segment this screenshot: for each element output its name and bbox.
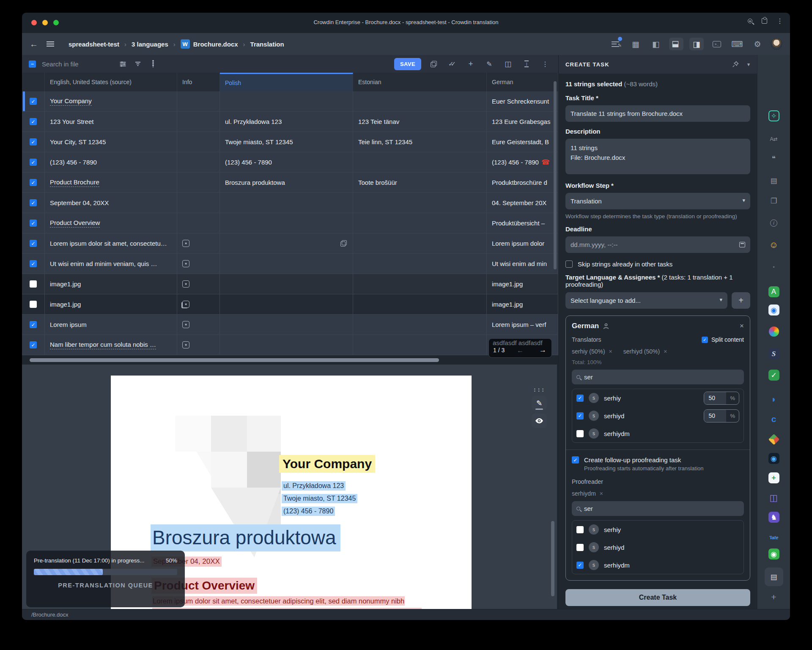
assignee-checkbox[interactable] <box>576 526 584 533</box>
breadcrumb-languages[interactable]: 3 languages <box>132 41 168 48</box>
add-string-icon[interactable]: + <box>464 58 477 70</box>
row-checkbox[interactable]: ✓ <box>30 341 37 348</box>
panel-collapse-icon[interactable]: ▾ <box>747 62 750 67</box>
pretranslation-queue-button[interactable]: PRE-TRANSLATION QUEUE <box>26 582 185 589</box>
column-header-polish[interactable]: Polish <box>220 73 353 91</box>
table-row[interactable]: ✓(123) 456 - 7890(123) 456 - 7890(123) 4… <box>22 152 558 173</box>
column-header-source[interactable]: English, United States (source) <box>45 73 177 91</box>
table-row[interactable]: image1.jpg★image1.jpg <box>22 274 558 294</box>
late-text-icon[interactable]: 'late <box>768 532 780 543</box>
pin-icon[interactable] <box>732 61 739 68</box>
column-header-info[interactable]: Info <box>177 73 220 91</box>
row-checkbox[interactable]: ✓ <box>30 240 37 247</box>
assignee-option[interactable]: sserhiydm <box>572 425 743 442</box>
table-row[interactable]: ✓Product BrochureBroszura produktowaToot… <box>22 173 558 193</box>
calendar-icon[interactable] <box>739 242 745 247</box>
percent-input[interactable]: % <box>704 392 739 405</box>
popup-next-icon[interactable]: → <box>539 346 546 354</box>
assignee-checkbox[interactable]: ✓ <box>576 562 584 569</box>
browser-menu-icon[interactable]: ⋮ <box>776 18 783 24</box>
color-wheel-icon[interactable] <box>768 326 780 337</box>
description-textarea[interactable]: 11 strings File: Brochure.docx <box>565 139 750 174</box>
row-height-icon[interactable]: ↕ <box>520 58 533 70</box>
table-row[interactable]: ✓Lorem ipsum dolor sit amet, consectetu…… <box>22 233 558 254</box>
pages-icon[interactable]: ❐ <box>768 195 780 207</box>
card-view-icon[interactable]: ▤ <box>768 175 780 186</box>
zoom-icon[interactable] <box>748 19 752 23</box>
row-checkbox[interactable]: ✓ <box>30 321 37 328</box>
assignee-checkbox[interactable]: ✓ <box>576 412 584 420</box>
row-checkbox[interactable]: ✓ <box>30 179 37 186</box>
back-button[interactable]: ← <box>30 39 38 49</box>
menu-icon[interactable] <box>47 41 54 47</box>
toolbar-menu-icon[interactable]: ⋮ <box>539 58 551 70</box>
preview-scrollbar[interactable] <box>551 521 554 596</box>
table-row[interactable]: ✓Product OverviewProduktübersicht – <box>22 213 558 233</box>
ai-assistant-icon[interactable]: ✧ <box>768 110 779 121</box>
bird-app-icon[interactable]: ◗ <box>768 393 780 405</box>
percent-input[interactable]: % <box>704 409 739 422</box>
green-check-icon[interactable]: ✓ <box>768 370 779 381</box>
edit-pencil-icon[interactable]: ✎ <box>483 58 496 70</box>
assignee-option[interactable]: sserhiy <box>572 521 743 538</box>
table-row[interactable]: image1.jpg★image1.jpg <box>22 294 558 315</box>
notes-edit-icon[interactable] <box>608 38 623 50</box>
skip-strings-checkbox[interactable] <box>565 261 573 268</box>
row-checkbox[interactable] <box>30 280 37 288</box>
table-vertical-scrollbar[interactable] <box>554 81 557 269</box>
c-spark-icon[interactable]: c <box>768 413 780 425</box>
table-row[interactable]: ✓Lorem ipsum★Lorem ipsum – verf <box>22 315 558 335</box>
save-button[interactable]: SAVE <box>394 58 421 70</box>
breadcrumb-project[interactable]: spreadsheet-test <box>69 41 119 48</box>
comment-icon[interactable]: ❝ <box>768 153 780 165</box>
row-checkbox[interactable]: ✓ <box>30 219 37 227</box>
s-logo-icon[interactable]: S <box>768 348 779 359</box>
row-checkbox[interactable]: ✓ <box>30 260 37 267</box>
assignee-option[interactable]: sserhiyd <box>572 538 743 556</box>
deadline-input[interactable]: dd.mm.yyyy, --:-- <box>565 236 750 253</box>
row-checkbox[interactable] <box>30 301 37 308</box>
copy-source-icon[interactable] <box>427 58 440 70</box>
translate-icon[interactable]: A⇄ <box>768 133 780 145</box>
assignee-option[interactable]: ✓sserhiy% <box>572 389 743 407</box>
table-row[interactable]: ✓Your CompanyEuer Schreckensunt <box>22 91 558 112</box>
right-panel-icon[interactable]: ◨ <box>689 38 704 50</box>
assignee-checkbox[interactable]: ✓ <box>576 395 584 402</box>
duplicate-icon[interactable] <box>340 240 347 247</box>
smiley-icon[interactable]: ☺ <box>768 239 780 251</box>
split-content-checkbox[interactable]: ✓ <box>702 337 708 343</box>
create-task-button[interactable]: Create Task <box>565 589 750 606</box>
task-title-input[interactable] <box>565 105 750 122</box>
translator-app-icon[interactable]: A <box>768 286 779 297</box>
settings-gear-icon[interactable]: ⚙ <box>750 38 765 50</box>
filter-settings-icon[interactable] <box>116 58 129 70</box>
remove-chip-icon[interactable]: × <box>600 490 603 497</box>
proofreader-search[interactable] <box>572 501 744 516</box>
table-row[interactable]: ✓Nam liber tempor cum soluta nobis …★ <box>22 335 558 355</box>
workflow-step-select[interactable]: Translation <box>565 193 750 209</box>
popup-prev-icon[interactable]: ← <box>517 347 524 354</box>
assignee-option[interactable]: ✓sserhiydm <box>572 556 743 574</box>
column-header-german[interactable]: German <box>487 73 558 91</box>
assignee-option[interactable]: ✓sserhiyd% <box>572 407 743 425</box>
dot-separator[interactable]: • <box>768 261 780 273</box>
breadcrumb-file[interactable]: W Brochure.docx <box>181 39 238 49</box>
grid-view-icon[interactable]: ▦ <box>628 38 643 50</box>
row-checkbox[interactable]: ✓ <box>30 138 37 145</box>
user-avatar[interactable] <box>771 38 782 50</box>
table-horizontal-scrollbar[interactable] <box>30 358 439 362</box>
filter-icon[interactable] <box>132 58 144 70</box>
breadcrumb-page[interactable]: Translation <box>250 41 284 48</box>
dark-eye-icon[interactable]: ◉ <box>768 453 779 464</box>
notes-add-icon[interactable]: ▤ <box>765 568 783 586</box>
purple-panes-icon[interactable]: ◫ <box>768 492 780 504</box>
row-checkbox[interactable]: ✓ <box>30 199 37 206</box>
followup-proofreading-checkbox[interactable]: ✓ <box>572 456 579 464</box>
table-row[interactable]: ✓September 04, 20XX04. September 20X <box>22 193 558 213</box>
add-extension-icon[interactable]: + <box>768 591 780 603</box>
left-panel-icon[interactable]: ◧ <box>649 38 663 50</box>
extensions-icon[interactable] <box>762 18 767 24</box>
preview-eye-button[interactable] <box>532 414 547 428</box>
search-input[interactable]: Search in file <box>42 60 114 68</box>
row-checkbox[interactable]: ✓ <box>30 98 37 105</box>
